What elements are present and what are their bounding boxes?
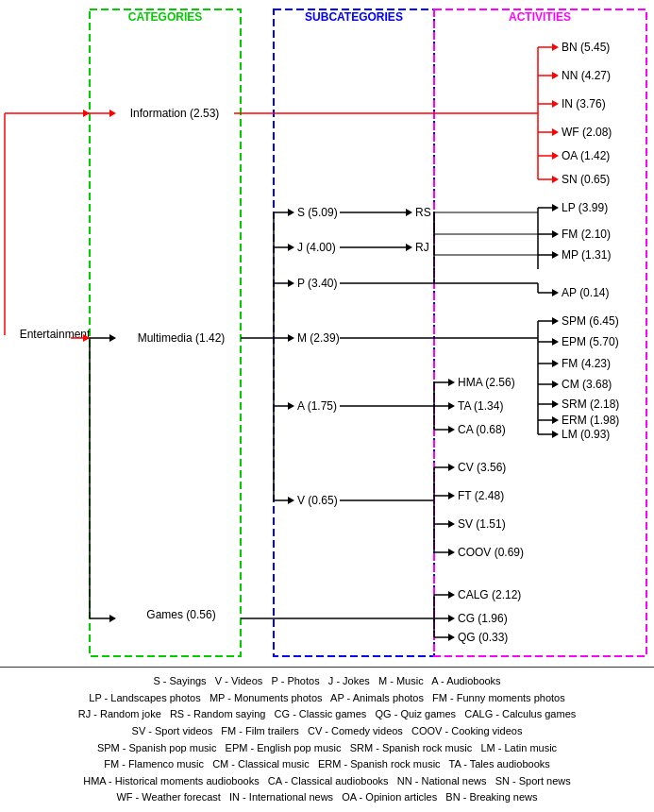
categories-label: CATEGORIES	[128, 10, 202, 24]
ap-node: AP (0.14)	[562, 286, 609, 299]
nn-node: NN (4.27)	[562, 69, 611, 82]
svg-marker-37	[288, 402, 294, 410]
svg-marker-47	[552, 289, 559, 296]
ta-node: TA (1.34)	[458, 399, 503, 413]
diagram-svg: CATEGORIES SUBCATEGORIES ACTIVITIES Ente…	[0, 0, 654, 670]
svg-marker-68	[552, 360, 559, 367]
wf-node: WF (2.08)	[562, 126, 612, 139]
srm-node: SRM (2.18)	[562, 398, 619, 411]
games-node: Games (0.56)	[146, 608, 215, 621]
multimedia-node: Multimedia (1.42)	[138, 331, 226, 345]
legend-line-3: RJ - Random joke RS - Random saying CG -…	[8, 706, 646, 723]
svg-marker-13	[552, 43, 559, 51]
erm-node: ERM (1.98)	[562, 414, 619, 427]
svg-marker-19	[552, 128, 559, 136]
svg-marker-82	[448, 402, 455, 410]
legend-line-4: SV - Sport videos FM - Film trailers CV …	[8, 723, 646, 740]
rj-node: RJ	[415, 241, 429, 254]
svg-marker-66	[552, 338, 559, 346]
svg-marker-76	[552, 431, 559, 438]
legend-line-8: WF - Weather forecast IN - International…	[8, 789, 646, 806]
legend-line-6: FM - Flamenco music CM - Classical music…	[8, 756, 646, 773]
fm-music-node: FM (4.23)	[562, 357, 611, 370]
cg-node: CG (1.96)	[458, 612, 508, 625]
svg-marker-105	[448, 634, 455, 641]
in-node: IN (3.76)	[562, 97, 606, 110]
svg-marker-92	[448, 520, 455, 528]
a-node: A (1.75)	[297, 399, 337, 413]
svg-marker-70	[552, 381, 559, 388]
svg-marker-97	[109, 615, 116, 622]
hma-node: HMA (2.56)	[458, 376, 515, 389]
svg-marker-29	[288, 209, 294, 216]
j-node: J (4.00)	[297, 241, 336, 254]
svg-marker-21	[552, 152, 559, 160]
svg-marker-23	[552, 176, 559, 183]
ft-node: FT (2.48)	[458, 489, 504, 502]
svg-marker-54	[552, 230, 559, 238]
main-container: CATEGORIES SUBCATEGORIES ACTIVITIES Ente…	[0, 0, 654, 812]
calg-node: CALG (2.12)	[458, 588, 521, 601]
svg-marker-35	[288, 334, 294, 342]
bn-node: BN (5.45)	[562, 41, 610, 54]
legend-line-7: HMA - Historical moments audiobooks CA -…	[8, 773, 646, 790]
oa-node: OA (1.42)	[562, 149, 610, 162]
svg-marker-72	[552, 400, 559, 408]
p-node: P (3.40)	[297, 277, 337, 290]
diagram-area: CATEGORIES SUBCATEGORIES ACTIVITIES Ente…	[0, 0, 654, 670]
svg-rect-2	[434, 9, 646, 656]
legend-line-5: SPM - Spanish pop music EPM - English po…	[8, 740, 646, 757]
svg-marker-41	[406, 209, 412, 216]
legend: S - Sayings V - Videos P - Photos J - Jo…	[0, 667, 654, 812]
svg-marker-56	[552, 251, 559, 259]
sn-node: SN (0.65)	[562, 173, 610, 186]
svg-marker-31	[288, 244, 294, 251]
sv-node: SV (1.51)	[458, 517, 506, 531]
svg-marker-25	[109, 334, 116, 342]
qg-node: QG (0.33)	[458, 631, 508, 644]
svg-marker-80	[448, 379, 455, 386]
mp-node: MP (1.31)	[562, 248, 611, 262]
epm-node: EPM (5.70)	[562, 335, 619, 348]
svg-marker-43	[406, 244, 412, 251]
svg-marker-52	[552, 204, 559, 211]
v-node: V (0.65)	[297, 494, 338, 507]
lp-node: LP (3.99)	[562, 201, 608, 214]
information-node: Information (2.53)	[130, 107, 220, 120]
svg-marker-74	[552, 416, 559, 424]
activities-label: ACTIVITIES	[509, 10, 571, 24]
fm-photos-node: FM (2.10)	[562, 228, 611, 241]
svg-marker-39	[288, 497, 294, 504]
svg-marker-90	[448, 492, 455, 499]
svg-marker-103	[448, 615, 455, 622]
svg-marker-84	[448, 426, 455, 433]
svg-marker-94	[448, 549, 455, 556]
entertainment-node: Entertainment	[20, 328, 91, 341]
svg-marker-88	[448, 464, 455, 471]
svg-marker-101	[448, 591, 455, 599]
svg-marker-64	[552, 317, 559, 325]
rs-node: RS	[415, 206, 431, 219]
subcategories-label: SUBCATEGORIES	[305, 10, 403, 24]
cm-node: CM (3.68)	[562, 378, 612, 391]
legend-line-1: S - Sayings V - Videos P - Photos J - Jo…	[8, 673, 646, 690]
svg-marker-17	[552, 100, 559, 108]
s-node: S (5.09)	[297, 206, 338, 219]
cv-node: CV (3.56)	[458, 461, 506, 474]
lm-node: LM (0.93)	[562, 428, 610, 441]
svg-marker-5	[83, 110, 90, 117]
svg-marker-9	[109, 110, 116, 117]
m-node: M (2.39)	[297, 331, 340, 345]
coov-node: COOV (0.69)	[458, 546, 524, 559]
spm-node: SPM (6.45)	[562, 314, 619, 328]
svg-marker-33	[288, 279, 294, 287]
ca-node: CA (0.68)	[458, 423, 506, 436]
legend-line-2: LP - Landscapes photos MP - Monuments ph…	[8, 690, 646, 707]
svg-marker-15	[552, 72, 559, 79]
